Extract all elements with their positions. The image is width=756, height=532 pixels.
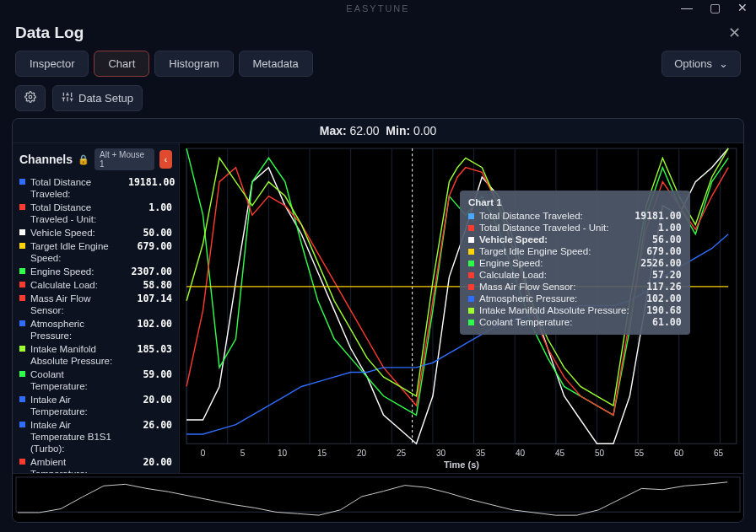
tab-histogram[interactable]: Histogram bbox=[154, 51, 233, 77]
channel-row[interactable]: Intake Air Temperature B1S1 (Turbo): 26.… bbox=[19, 418, 172, 455]
channel-value: 679.00 bbox=[128, 240, 172, 252]
tooltip-swatch bbox=[468, 225, 474, 231]
tooltip-label: Intake Manifold Absolute Pressure: bbox=[479, 304, 629, 316]
tooltip-row: Mass Air Flow Sensor: 117.26 bbox=[468, 281, 682, 293]
channel-row[interactable]: Intake Manifold Absolute Pressure: 185.0… bbox=[19, 342, 172, 368]
channel-value: 19181.00 bbox=[128, 176, 172, 188]
page-title: Data Log bbox=[15, 24, 84, 42]
collapse-sidebar-button[interactable]: ‹ bbox=[159, 150, 172, 169]
x-tick: 0 bbox=[183, 449, 223, 458]
channel-label: Vehicle Speed: bbox=[30, 227, 123, 239]
tooltip-title: Chart 1 bbox=[468, 197, 682, 207]
tab-inspector[interactable]: Inspector bbox=[15, 51, 89, 77]
window-minimize[interactable]: — bbox=[681, 2, 694, 13]
window-maximize[interactable]: ▢ bbox=[710, 2, 722, 13]
x-tick: 30 bbox=[421, 449, 461, 458]
channel-label: Target Idle Engine Speed: bbox=[30, 240, 123, 264]
chevron-down-icon: ⌄ bbox=[719, 57, 728, 70]
tooltip-label: Atmospheric Pressure: bbox=[479, 293, 629, 304]
tooltip-label: Total Distance Traveled: bbox=[479, 210, 629, 222]
channel-swatch bbox=[19, 346, 25, 352]
x-tick: 25 bbox=[381, 449, 421, 458]
options-button[interactable]: Options ⌄ bbox=[662, 51, 741, 77]
tooltip-label: Engine Speed: bbox=[479, 257, 629, 269]
tooltip-value: 102.00 bbox=[634, 293, 682, 304]
channel-row[interactable]: Coolant Temperature: 59.00 bbox=[19, 368, 172, 393]
channel-row[interactable]: Mass Air Flow Sensor: 107.14 bbox=[19, 292, 172, 317]
window-close[interactable]: ✕ bbox=[737, 2, 749, 13]
channel-value: 102.00 bbox=[128, 318, 172, 330]
tooltip-value: 61.00 bbox=[634, 316, 682, 328]
svg-rect-26 bbox=[16, 477, 740, 512]
app-name: EASYTUNE bbox=[346, 3, 409, 13]
channel-label: Intake Air Temperature B1S1 (Turbo): bbox=[30, 419, 123, 454]
tooltip-label: Target Idle Engine Speed: bbox=[479, 245, 629, 257]
channel-value: 58.80 bbox=[128, 279, 172, 291]
tooltip-value: 57.20 bbox=[634, 269, 682, 281]
tooltip-swatch bbox=[468, 284, 474, 290]
x-tick: 60 bbox=[659, 449, 699, 458]
overview-strip[interactable] bbox=[13, 473, 743, 522]
hint-badge: Alt + Mouse 1 bbox=[94, 148, 154, 170]
lock-icon[interactable]: 🔒 bbox=[78, 154, 89, 165]
channel-swatch bbox=[19, 282, 25, 287]
x-tick: 45 bbox=[540, 449, 580, 458]
options-label: Options bbox=[674, 57, 712, 70]
tab-metadata[interactable]: Metadata bbox=[239, 51, 313, 77]
channel-row[interactable]: Total Distance Traveled - Unit: 1.00 bbox=[19, 201, 172, 226]
channel-swatch bbox=[19, 320, 25, 326]
channel-row[interactable]: Atmospheric Pressure: 102.00 bbox=[19, 317, 172, 342]
channel-label: Engine Speed: bbox=[30, 266, 123, 277]
channel-label: Ambient Temperature: bbox=[30, 456, 123, 473]
tooltip-value: 1.00 bbox=[634, 222, 682, 234]
tooltip-value: 2526.00 bbox=[634, 257, 682, 269]
channel-swatch bbox=[19, 268, 25, 274]
tooltip-value: 190.68 bbox=[634, 304, 682, 316]
channel-row[interactable]: Vehicle Speed: 50.00 bbox=[19, 226, 172, 239]
x-tick: 10 bbox=[262, 449, 302, 458]
tooltip-value: 19181.00 bbox=[634, 210, 682, 222]
settings-button[interactable] bbox=[15, 85, 46, 111]
overview-canvas[interactable] bbox=[13, 474, 743, 522]
tooltip-label: Vehicle Speed: bbox=[479, 234, 629, 245]
channel-swatch bbox=[19, 396, 25, 402]
channel-value: 107.14 bbox=[128, 293, 172, 304]
tab-chart[interactable]: Chart bbox=[94, 51, 149, 77]
channel-swatch bbox=[19, 459, 25, 465]
channel-value: 26.00 bbox=[128, 419, 172, 431]
close-icon[interactable]: ✕ bbox=[728, 24, 741, 42]
channel-label: Total Distance Traveled - Unit: bbox=[30, 202, 123, 225]
x-tick: 5 bbox=[223, 449, 262, 458]
channel-label: Intake Air Temperature: bbox=[30, 394, 123, 417]
channel-value: 2307.00 bbox=[128, 266, 172, 277]
x-tick: 50 bbox=[580, 449, 619, 458]
channel-value: 20.00 bbox=[128, 456, 172, 468]
tooltip-row: Atmospheric Pressure: 102.00 bbox=[468, 293, 682, 304]
tooltip-row: Coolant Temperature: 61.00 bbox=[468, 316, 682, 328]
channel-row[interactable]: Target Idle Engine Speed: 679.00 bbox=[19, 239, 172, 265]
channel-row[interactable]: Calculate Load: 58.80 bbox=[19, 278, 172, 292]
data-setup-button[interactable]: Data Setup bbox=[52, 85, 143, 111]
channel-row[interactable]: Engine Speed: 2307.00 bbox=[19, 265, 172, 278]
channel-label: Total Distance Traveled: bbox=[30, 176, 123, 200]
channel-row[interactable]: Intake Air Temperature: 20.00 bbox=[19, 393, 172, 418]
tooltip-swatch bbox=[468, 296, 474, 302]
channel-label: Calculate Load: bbox=[30, 279, 123, 291]
channel-swatch bbox=[19, 243, 25, 249]
x-tick: 55 bbox=[619, 449, 659, 458]
chart-area[interactable]: 05101520253035404550556065 Time (s) Char… bbox=[180, 143, 743, 473]
channel-row[interactable]: Ambient Temperature: 20.00 bbox=[19, 455, 172, 473]
tooltip-row: Total Distance Traveled - Unit: 1.00 bbox=[468, 222, 682, 234]
channels-title: Channels bbox=[19, 153, 73, 166]
x-tick: 40 bbox=[500, 449, 540, 458]
channel-value: 185.03 bbox=[128, 343, 172, 355]
channel-label: Atmospheric Pressure: bbox=[30, 318, 123, 341]
channel-label: Intake Manifold Absolute Pressure: bbox=[30, 343, 123, 367]
channel-list: Total Distance Traveled: 19181.00 Total … bbox=[13, 175, 179, 473]
tooltip-swatch bbox=[468, 261, 474, 266]
channel-row[interactable]: Total Distance Traveled: 19181.00 bbox=[19, 175, 172, 201]
tooltip-swatch bbox=[468, 249, 474, 255]
tooltip-swatch bbox=[468, 272, 474, 278]
tooltip-value: 679.00 bbox=[634, 245, 682, 257]
tooltip-row: Target Idle Engine Speed: 679.00 bbox=[468, 245, 682, 257]
